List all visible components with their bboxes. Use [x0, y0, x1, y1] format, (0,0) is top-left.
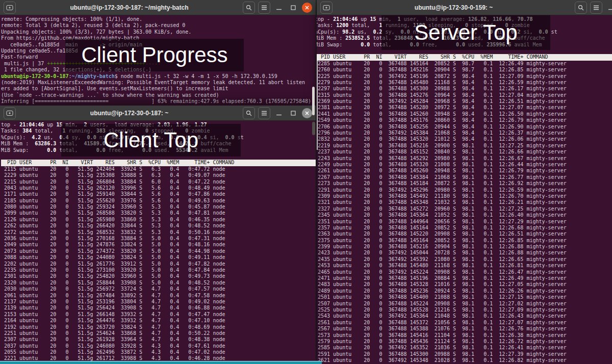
window-client-top: ubuntu@ip-172-30-0-187: ~ [0, 106, 316, 364]
process-row: 2115 ubuntu 20 0 51.5g 242404 33924 S 6.… [1, 166, 316, 172]
new-tab-button[interactable] [320, 2, 333, 14]
process-row: 2345 ubuntu 20 0 367488 145364 21052 S 9… [317, 212, 612, 218]
terminal-line: remote: Total 3 (delta 2), reused 3 (del… [1, 22, 316, 29]
minimize-button[interactable] [273, 2, 285, 13]
process-row: 2235 ubuntu 20 0 51.5g 273100 33920 S 5.… [1, 267, 316, 273]
process-row: 2423 ubuntu 20 0 367492 145044 20728 S 9… [317, 250, 612, 256]
search-icon [246, 110, 252, 116]
maximize-icon [291, 111, 296, 116]
process-row: 2363 ubuntu 20 0 367488 145220 20908 S 9… [317, 231, 612, 237]
process-row: 2061 ubuntu 20 0 51.5g 267484 33892 S 4.… [1, 293, 316, 299]
process-row: 2573 ubuntu 20 0 367488 145416 21104 S 9… [317, 332, 612, 339]
process-row: 2249 ubuntu 20 0 367488 145320 21008 S 9… [317, 162, 612, 168]
minimize-icon [608, 5, 612, 10]
terminal-output: top - 21:04:46 up 15 min, 2 users, load … [0, 121, 316, 364]
process-row: 2297 ubuntu 20 0 367488 145300 20988 S 9… [317, 86, 612, 92]
process-row: 2591 ubuntu 20 0 367488 145300 20988 S 9… [317, 351, 612, 357]
new-tab-button[interactable] [4, 2, 16, 14]
terminal-line: (node:2019) MaxListenersExceededWarning:… [1, 80, 316, 86]
process-row: 2036 ubuntu 20 0 51.5g 270168 33884 S 5.… [1, 236, 316, 242]
process-row: 2126 ubuntu 20 0 51.5g 265980 33860 S 5.… [1, 217, 316, 223]
process-row: 2139 ubuntu 20 0 51.5g 256424 33908 S 4.… [1, 305, 316, 311]
overlay-label: Client Top [104, 128, 198, 152]
process-row: 2080 ubuntu 20 0 51.5g 259324 33960 S 5.… [1, 204, 316, 210]
titlebar[interactable]: ubuntu@ip-172-30-0-159: ~ [317, 0, 612, 15]
overlay-label: Server Top [414, 20, 517, 45]
maximize-button[interactable] [288, 108, 299, 119]
process-row: 2561 ubuntu 20 0 367488 145372 21056 S 9… [317, 320, 612, 326]
process-row: 2507 ubuntu 20 0 367488 145224 20908 S 9… [317, 301, 612, 307]
menu-button[interactable] [258, 107, 270, 119]
process-row: 2307 ubuntu 20 0 51.5g 261928 33964 S 4.… [1, 336, 316, 343]
desktop: ubuntu@ip-172-30-0-187: ~/mighty-batch [0, 0, 612, 364]
process-row: 2579 ubuntu 20 0 367488 145436 21124 S 9… [317, 339, 612, 345]
menu-button[interactable] [258, 2, 270, 14]
minimize-button[interactable] [273, 108, 285, 119]
process-row: 2202 ubuntu 20 0 51.5g 261776 33912 S 5.… [1, 261, 316, 267]
close-button[interactable] [302, 3, 312, 13]
menu-button[interactable] [590, 2, 602, 14]
process-row: 2399 ubuntu 20 0 367488 145216 20904 S 9… [317, 244, 612, 250]
process-row: 2291 ubuntu 20 0 367492 145296 20980 S 9… [317, 187, 612, 193]
titlebar[interactable]: ubuntu@ip-172-30-0-187: ~ [0, 106, 316, 121]
search-button[interactable] [575, 2, 587, 14]
terminal-output: top - 21:04:46 up 15 min, 1 user, load a… [317, 15, 612, 364]
terminal-line: ubuntu@ip-172-30-0-187:~/mighty-batch$ n… [1, 73, 316, 80]
process-row: 2192 ubuntu 20 0 51.5g 263720 33824 S 4.… [1, 324, 316, 330]
process-row: 2525 ubuntu 20 0 367488 145528 21216 S 9… [317, 307, 612, 313]
process-row: 2215 ubuntu 20 0 51.5g 266804 33884 S 6.… [1, 179, 316, 185]
close-button[interactable] [302, 108, 312, 118]
scrollbar-trough[interactable] [312, 122, 315, 135]
terminal-line: Inferring [======================== ] 63… [1, 98, 316, 105]
process-row: 2796 ubuntu 20 0 367492 145384 21068 S 9… [317, 130, 612, 136]
process-row: 2471 ubuntu 20 0 367488 145196 20884 S 9… [317, 275, 612, 281]
process-row: 2225 ubuntu 20 0 367492 145196 20872 S 9… [317, 73, 612, 80]
maximize-button[interactable] [288, 2, 299, 13]
window-edge-highlight [317, 54, 318, 150]
overlay-label-box: Client Top [61, 124, 241, 157]
process-row: 2369 ubuntu 20 0 367492 145284 20968 S 9… [317, 98, 612, 105]
process-row: 2315 ubuntu 20 0 367488 145276 20964 S 9… [317, 92, 612, 98]
menu-icon [261, 5, 267, 10]
process-row: 2543 ubuntu 20 0 367492 145364 21048 S 9… [317, 313, 612, 319]
search-button[interactable] [243, 2, 255, 14]
process-row: 2567 ubuntu 20 0 367488 145388 21076 S 9… [317, 326, 612, 332]
new-tab-button[interactable] [4, 107, 16, 119]
process-row: 2272 ubuntu 20 0 51.5g 268532 33832 S 5.… [1, 229, 316, 236]
new-tab-icon [323, 5, 330, 11]
window-title: ubuntu@ip-172-30-0-187: ~/mighty-batch [19, 4, 240, 11]
process-row: 2049 ubuntu 20 0 51.5g 247876 33824 S 5.… [1, 242, 316, 248]
process-row: 2262 ubuntu 20 0 51.5g 266420 33844 S 5.… [1, 223, 316, 229]
titlebar[interactable]: ubuntu@ip-172-30-0-187: ~/mighty-batch [0, 0, 316, 15]
window-title: ubuntu@ip-172-30-0-159: ~ [336, 4, 572, 11]
overlay-label-box: Server Top [381, 15, 550, 50]
process-row: 2099 ubuntu 20 0 51.5g 268588 33820 S 5.… [1, 210, 316, 216]
terminal-line: (Use `node --trace-warnings ...` to show… [1, 92, 316, 98]
window-client-progress: ubuntu@ip-172-30-0-187: ~/mighty-batch [0, 0, 316, 122]
process-row: 2219 ubuntu 20 0 367488 145216 20900 S 9… [317, 143, 612, 149]
search-button[interactable] [243, 107, 255, 119]
process-row: 2375 ubuntu 20 0 367488 145164 20852 S 9… [317, 238, 612, 244]
process-row: 2237 ubuntu 20 0 367488 145152 20840 S 9… [317, 149, 612, 155]
terminal-line: ers added to [AbortSignal]. Use events.s… [1, 86, 316, 92]
minimize-button[interactable] [605, 2, 612, 13]
process-row: 2153 ubuntu 20 0 51.5g 266148 33932 S 4.… [1, 311, 316, 318]
process-row: 2832 ubuntu 20 0 367488 145320 21012 S 9… [317, 136, 612, 142]
process-row: 2243 ubuntu 20 0 367488 145292 20980 S 9… [317, 155, 612, 162]
process-row: 2453 ubuntu 20 0 367488 145480 21168 S 9… [317, 263, 612, 269]
process-row: 2073 ubuntu 20 0 51.5g 274372 33820 S 5.… [1, 248, 316, 254]
process-row: 2285 ubuntu 20 0 367488 145164 20852 S 9… [317, 61, 612, 67]
process-row: 2088 ubuntu 20 0 51.5g 244080 33824 S 5.… [1, 254, 316, 261]
search-icon [246, 5, 252, 11]
process-row: 2435 ubuntu 20 0 367492 145392 21080 S 9… [317, 256, 612, 263]
scrollbar-thumb[interactable] [312, 87, 315, 115]
background-window-edge [0, 361, 322, 364]
process-row: 2441 ubuntu 20 0 367488 145260 20948 S 9… [317, 111, 612, 117]
overlay-label-box: Client Progress [65, 39, 244, 71]
search-icon [578, 5, 584, 11]
process-row: 2760 ubuntu 20 0 367488 145216 20904 S 9… [317, 67, 612, 73]
process-row: 2357 ubuntu 20 0 367488 145164 20852 S 9… [317, 225, 612, 231]
process-row: 2273 ubuntu 20 0 367488 145184 20872 S 9… [317, 180, 612, 187]
process-row: 2706 ubuntu 20 0 367488 145256 20944 S 9… [317, 124, 612, 130]
process-row: 2171 ubuntu 20 0 51.5g 259140 33844 S 5.… [1, 191, 316, 197]
